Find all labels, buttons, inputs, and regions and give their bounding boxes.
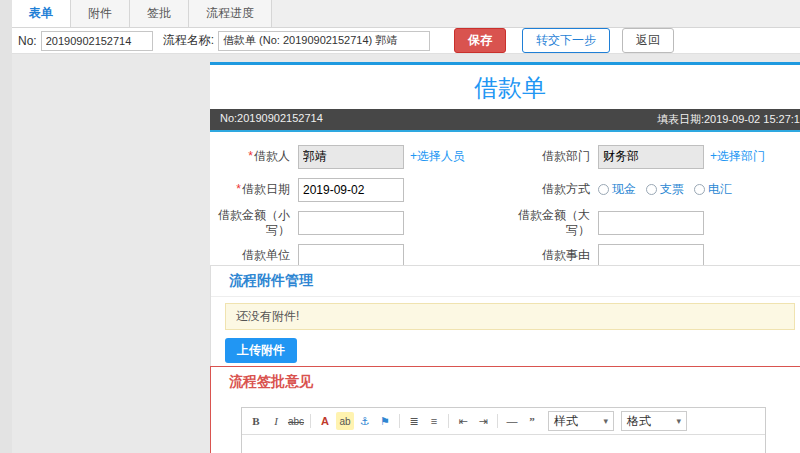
- style-select-label: 样式: [554, 413, 578, 430]
- page-title: 借款单: [210, 65, 800, 109]
- anchor-icon[interactable]: ⚓: [356, 412, 374, 430]
- attachments-panel: 流程附件管理 还没有附件! 上传附件: [210, 265, 800, 372]
- tab-attachments[interactable]: 附件: [71, 0, 130, 27]
- indent-icon[interactable]: ⇥: [474, 412, 492, 430]
- borrower-field: *借款人 +选择人员: [210, 145, 510, 169]
- amount-big-input[interactable]: [598, 211, 704, 235]
- format-select-label: 格式: [627, 413, 651, 430]
- toolbar-separator: [448, 414, 449, 428]
- radio-icon: [598, 184, 609, 195]
- horizontal-rule-icon[interactable]: —: [503, 412, 521, 430]
- borrow-method-label: 借款方式: [510, 182, 590, 197]
- font-color-icon[interactable]: A: [316, 412, 334, 430]
- tab-attachments-label: 附件: [88, 5, 112, 22]
- unit-field: 借款单位: [210, 244, 510, 268]
- radio-check-label: 支票: [660, 181, 684, 198]
- amount-small-input[interactable]: [298, 211, 404, 235]
- approval-panel: 流程签批意见 B I abc A ab ⚓ ⚑ ≣ ≡ ⇤ ⇥ — ” 样式 ▾: [210, 366, 800, 453]
- rich-text-editor: B I abc A ab ⚓ ⚑ ≣ ≡ ⇤ ⇥ — ” 样式 ▾ 格式 ▾: [241, 407, 766, 453]
- department-label: 借款部门: [510, 149, 590, 164]
- attachments-header: 流程附件管理: [211, 266, 800, 297]
- select-department-link[interactable]: +选择部门: [710, 148, 765, 165]
- upload-attachment-button[interactable]: 上传附件: [225, 338, 297, 363]
- forward-next-step-button[interactable]: 转交下一步: [522, 28, 610, 53]
- italic-icon[interactable]: I: [267, 412, 285, 430]
- borrow-method-field: 借款方式 现金 支票 电汇: [510, 181, 800, 198]
- required-asterisk: *: [248, 149, 253, 163]
- strikethrough-icon[interactable]: abc: [287, 412, 305, 430]
- tab-approval[interactable]: 签批: [130, 0, 189, 27]
- borrow-date-input[interactable]: [298, 178, 404, 202]
- unit-input[interactable]: [298, 244, 404, 268]
- outdent-icon[interactable]: ⇤: [454, 412, 472, 430]
- tab-form[interactable]: 表单: [12, 0, 71, 27]
- borrow-date-label: 借款日期: [242, 182, 290, 196]
- format-select[interactable]: 格式 ▾: [621, 411, 687, 431]
- style-select[interactable]: 样式 ▾: [548, 411, 614, 431]
- bold-icon[interactable]: B: [247, 412, 265, 430]
- no-attachments-notice: 还没有附件!: [225, 303, 795, 330]
- select-person-link[interactable]: +选择人员: [410, 148, 465, 165]
- toolbar-separator: [310, 414, 311, 428]
- reason-input[interactable]: [598, 244, 704, 268]
- save-button[interactable]: 保存: [454, 28, 506, 53]
- flag-icon[interactable]: ⚑: [376, 412, 394, 430]
- chevron-down-icon: ▾: [603, 416, 608, 426]
- radio-icon: [646, 184, 657, 195]
- amount-big-label: 借款金额（大写）: [510, 208, 590, 238]
- tab-approval-label: 签批: [147, 5, 171, 22]
- department-input[interactable]: [598, 145, 704, 169]
- form-fields: *借款人 +选择人员 借款部门 +选择部门 *借款日期: [210, 132, 800, 280]
- borrower-label: 借款人: [254, 149, 290, 163]
- unit-label: 借款单位: [210, 248, 290, 263]
- quote-icon[interactable]: ”: [523, 412, 541, 430]
- toolbar-separator: [497, 414, 498, 428]
- borrower-input[interactable]: [298, 145, 404, 169]
- form-row: *借款日期 借款方式 现金 支票: [210, 173, 800, 206]
- process-name-label: 流程名称:: [163, 32, 214, 49]
- radio-wire[interactable]: 电汇: [694, 181, 732, 198]
- form-meta-bar: No:20190902152714 填表日期:2019-09-02 15:27:…: [210, 109, 800, 132]
- radio-check[interactable]: 支票: [646, 181, 684, 198]
- amount-small-field: 借款金额（小写）: [210, 208, 510, 238]
- radio-wire-label: 电汇: [708, 181, 732, 198]
- process-name-input[interactable]: [218, 31, 430, 51]
- reason-field: 借款事由: [510, 244, 800, 268]
- form-date-text: 填表日期:2019-09-02 15:27:1: [657, 112, 800, 127]
- department-field: 借款部门 +选择部门: [510, 145, 800, 169]
- amount-small-label: 借款金额（小写）: [210, 208, 290, 238]
- amount-big-field: 借款金额（大写）: [510, 208, 800, 238]
- chevron-down-icon: ▾: [676, 416, 681, 426]
- tab-form-label: 表单: [29, 5, 53, 22]
- borrow-method-options: 现金 支票 电汇: [598, 181, 732, 198]
- approval-header: 流程签批意见: [211, 367, 800, 397]
- no-label: No:: [18, 34, 37, 48]
- no-input[interactable]: [41, 31, 153, 51]
- bullet-list-icon[interactable]: ≡: [425, 412, 443, 430]
- toolbar-separator: [399, 414, 400, 428]
- action-toolbar: No: 流程名称: 保存 转交下一步 返回: [12, 28, 800, 54]
- borrow-date-field: *借款日期: [210, 178, 510, 202]
- editor-toolbar: B I abc A ab ⚓ ⚑ ≣ ≡ ⇤ ⇥ — ” 样式 ▾ 格式 ▾: [242, 408, 765, 435]
- loan-form-panel: 借款单 No:20190902152714 填表日期:2019-09-02 15…: [210, 62, 800, 280]
- left-gutter: [0, 0, 12, 453]
- form-row: 借款金额（小写） 借款金额（大写）: [210, 206, 800, 239]
- tab-progress[interactable]: 流程进度: [189, 0, 272, 27]
- numbered-list-icon[interactable]: ≣: [405, 412, 423, 430]
- back-button[interactable]: 返回: [622, 28, 674, 53]
- form-row: *借款人 +选择人员 借款部门 +选择部门: [210, 140, 800, 173]
- radio-cash[interactable]: 现金: [598, 181, 636, 198]
- tab-bar: 表单 附件 签批 流程进度: [12, 0, 800, 28]
- form-no-text: No:20190902152714: [220, 112, 323, 127]
- radio-cash-label: 现金: [612, 181, 636, 198]
- editor-content[interactable]: [242, 435, 765, 453]
- required-asterisk: *: [236, 182, 241, 196]
- tab-progress-label: 流程进度: [206, 5, 254, 22]
- background-color-icon[interactable]: ab: [336, 412, 354, 430]
- reason-label: 借款事由: [510, 248, 590, 263]
- radio-icon: [694, 184, 705, 195]
